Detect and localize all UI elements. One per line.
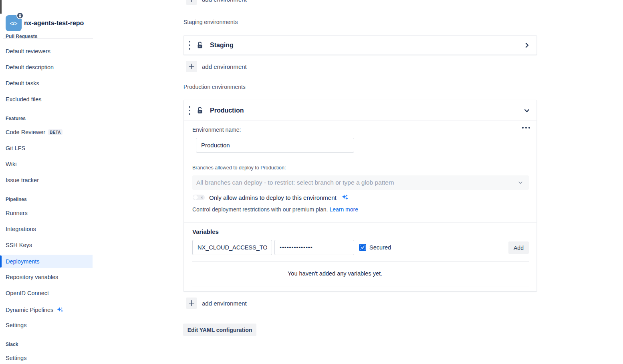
sidebar-item-slack-settings[interactable]: Settings: [6, 355, 26, 361]
production-card-header[interactable]: Production: [184, 100, 536, 121]
sidebar-item-dynamic-pipelines[interactable]: Dynamic Pipelines: [6, 306, 64, 314]
add-production-environment-button[interactable]: add environment: [186, 298, 247, 309]
sparkles-icon: [56, 306, 64, 314]
sidebar-item-issue-tracker[interactable]: Issue tracker: [6, 177, 39, 183]
code-icon: </>: [10, 20, 18, 26]
staging-environment-card: Staging: [183, 35, 537, 55]
plus-icon: [186, 298, 197, 309]
scrollbar-thumb[interactable]: [0, 0, 2, 14]
plus-icon: [186, 0, 197, 5]
sidebar-item-label: Dynamic Pipelines: [6, 307, 53, 313]
add-staging-environment-button[interactable]: add environment: [186, 61, 247, 72]
section-divider: [184, 222, 536, 223]
sidebar-item-code-reviewer[interactable]: Code Reviewer BETA: [6, 129, 63, 135]
sidebar-item-openid-connect[interactable]: OpenID Connect: [6, 290, 49, 296]
beta-badge: BETA: [48, 129, 63, 135]
sidebar-item-deployments[interactable]: Deployments: [0, 255, 93, 268]
production-card-title: Production: [210, 107, 244, 114]
production-environment-card: Production Environment name: Branches al…: [183, 100, 537, 292]
plus-icon: [186, 61, 197, 72]
sparkles-icon: [341, 193, 349, 201]
secured-checkbox[interactable]: [359, 244, 366, 251]
sidebar-item-repository-variables[interactable]: Repository variables: [6, 274, 58, 280]
variables-title: Variables: [192, 228, 219, 235]
drag-handle-icon[interactable]: [188, 105, 192, 116]
sidebar-section-pipelines: Pipelines: [6, 197, 27, 202]
branches-select-placeholder: All branches can deploy - to restrict: s…: [196, 179, 394, 186]
lock-icon: [18, 14, 22, 18]
sidebar-section-features: Features: [6, 116, 26, 121]
secured-label: Secured: [369, 244, 391, 251]
environment-name-input[interactable]: [196, 138, 354, 153]
add-variable-button[interactable]: Add: [508, 241, 529, 254]
staging-card-title: Staging: [210, 42, 234, 49]
secured-checkbox-row: Secured: [359, 244, 391, 251]
variable-value-input[interactable]: [274, 240, 354, 255]
branches-allowed-label: Branches allowed to deploy to Production…: [192, 165, 286, 171]
variables-table-divider: [192, 286, 529, 286]
empty-variables-message: You haven't added any variables yet.: [288, 270, 382, 277]
add-environment-label: add environment: [202, 300, 247, 307]
admins-only-label: Only allow admins to deploy to this envi…: [209, 194, 337, 201]
ellipsis-menu-icon[interactable]: [522, 127, 530, 129]
unlock-icon: [196, 41, 204, 49]
check-icon: [361, 245, 365, 249]
sidebar-item-runners[interactable]: Runners: [6, 210, 28, 216]
toggle-knob: [193, 195, 198, 200]
variable-name-input[interactable]: [192, 240, 272, 255]
sidebar-item-excluded-files[interactable]: Excluded files: [6, 96, 41, 103]
private-lock-badge: [16, 12, 24, 19]
unlock-icon: [196, 107, 204, 115]
sidebar-item-wiki[interactable]: Wiki: [6, 161, 16, 167]
staging-environments-label: Staging environments: [183, 19, 238, 25]
sidebar-item-default-reviewers[interactable]: Default reviewers: [6, 48, 50, 54]
sidebar-item-pipelines-settings[interactable]: Settings: [6, 322, 26, 328]
add-environment-label: add environment: [202, 0, 247, 3]
sidebar: </> nx-agents-test-repo Pull Requests De…: [0, 0, 96, 364]
drag-handle-icon[interactable]: [188, 40, 192, 50]
sidebar-item-integrations[interactable]: Integrations: [6, 226, 36, 232]
sidebar-item-default-tasks[interactable]: Default tasks: [6, 80, 39, 86]
toggle-off-icon: ×: [201, 195, 203, 200]
admins-only-toggle[interactable]: ×: [193, 195, 205, 200]
variables-table-divider: [192, 261, 529, 262]
sidebar-item-default-description[interactable]: Default description: [6, 64, 54, 70]
deployments-settings-page: </> nx-agents-test-repo Pull Requests De…: [0, 0, 623, 364]
branches-select[interactable]: All branches can deploy - to restrict: s…: [192, 175, 529, 190]
edit-yaml-configuration-button[interactable]: Edit YAML configuration: [183, 324, 256, 336]
sidebar-section-slack: Slack: [6, 342, 18, 347]
production-environments-label: Production environments: [183, 84, 246, 90]
add-environment-label: add environment: [202, 63, 247, 70]
sidebar-item-git-lfs[interactable]: Git LFS: [6, 145, 25, 151]
chevron-right-icon[interactable]: [524, 42, 530, 48]
sidebar-divider: [3, 38, 93, 39]
learn-more-link[interactable]: Learn more: [329, 206, 358, 213]
admins-only-toggle-row: × Only allow admins to deploy to this en…: [193, 193, 349, 201]
repo-name[interactable]: nx-agents-test-repo: [24, 20, 84, 27]
chevron-down-icon: [518, 180, 523, 185]
add-environment-button-top-partial[interactable]: add environment: [186, 0, 247, 5]
sidebar-item-label: Code Reviewer: [6, 129, 45, 135]
premium-plan-message: Control deployment restrictions with our…: [192, 206, 328, 213]
chevron-down-icon[interactable]: [524, 107, 530, 114]
staging-card-header[interactable]: Staging: [184, 36, 536, 54]
sidebar-item-ssh-keys[interactable]: SSH Keys: [6, 242, 32, 248]
premium-plan-text: Control deployment restrictions with our…: [192, 206, 358, 213]
environment-name-label: Environment name:: [192, 127, 241, 133]
